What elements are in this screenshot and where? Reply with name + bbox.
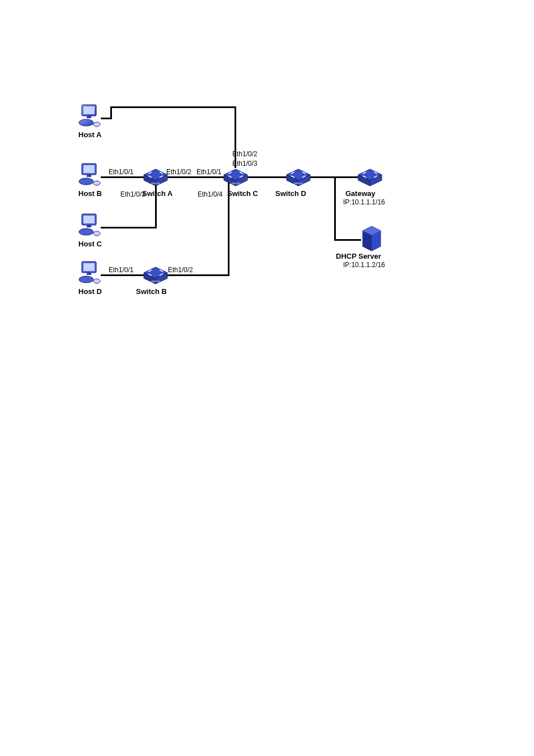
svg-point-13 xyxy=(79,228,93,235)
svg-point-9 xyxy=(93,181,100,185)
host-d-label: Host D xyxy=(78,287,102,296)
link-line xyxy=(162,176,229,178)
svg-point-14 xyxy=(93,231,100,236)
svg-rect-11 xyxy=(83,216,95,223)
port-label: Eth1/0/1 xyxy=(196,168,222,176)
host-b-label: Host B xyxy=(78,189,102,198)
gateway-icon xyxy=(357,168,383,189)
host-b-icon xyxy=(78,162,104,190)
dhcp-label: DHCP Server xyxy=(336,252,381,260)
dhcp-ip: IP:10.1.1.2/16 xyxy=(343,261,385,269)
switch-b-icon: SWITCH xyxy=(143,266,168,287)
link-line xyxy=(334,239,361,241)
port-label: Eth1/0/2 xyxy=(168,266,193,274)
switch-c-icon: SWITCH xyxy=(223,168,249,189)
port-label: Eth1/0/2 xyxy=(166,168,191,176)
switch-d-icon: SWITCH xyxy=(285,168,311,189)
switch-c-label: Switch C xyxy=(227,189,258,198)
link-line xyxy=(162,274,229,276)
link-line xyxy=(101,227,157,228)
link-line xyxy=(235,106,236,168)
svg-point-3 xyxy=(79,119,93,126)
svg-point-8 xyxy=(79,178,93,185)
svg-rect-16 xyxy=(83,263,95,271)
dhcp-server-icon xyxy=(358,224,384,254)
svg-point-18 xyxy=(79,276,93,283)
switch-a-icon: SWITCH xyxy=(143,168,168,189)
port-label: Eth1/0/3 xyxy=(232,160,257,167)
switch-b-label: Switch B xyxy=(136,287,167,296)
link-line xyxy=(101,274,148,276)
port-label: Eth1/0/2 xyxy=(232,150,257,158)
svg-rect-1 xyxy=(83,106,95,114)
svg-text:SWITCH: SWITCH xyxy=(294,182,303,185)
svg-rect-2 xyxy=(87,116,91,118)
port-label: Eth1/0/1 xyxy=(109,266,134,274)
host-d-icon xyxy=(78,260,104,288)
link-line xyxy=(101,176,148,178)
gateway-label: Gateway xyxy=(345,189,375,198)
link-line xyxy=(334,176,336,241)
svg-rect-6 xyxy=(83,165,95,173)
host-a-label: Host A xyxy=(78,130,101,139)
port-label: Eth1/0/3 xyxy=(120,190,146,198)
svg-rect-12 xyxy=(87,225,91,227)
port-label: Eth1/0/1 xyxy=(109,168,134,176)
switch-d-label: Switch D xyxy=(275,189,306,198)
svg-text:SWITCH: SWITCH xyxy=(231,182,240,185)
switch-a-label: Switch A xyxy=(142,189,172,198)
network-diagram: SWITCH SWITCH SWITCH SWITCH xyxy=(0,0,534,756)
host-c-label: Host C xyxy=(78,240,102,248)
svg-point-4 xyxy=(93,122,100,127)
host-c-icon xyxy=(78,213,104,241)
svg-rect-7 xyxy=(87,175,91,177)
svg-rect-17 xyxy=(87,273,91,275)
svg-text:SWITCH: SWITCH xyxy=(151,280,160,283)
host-a-icon xyxy=(78,104,104,132)
gateway-ip: IP:10.1.1.1/16 xyxy=(343,198,385,206)
svg-point-19 xyxy=(93,279,100,283)
link-line xyxy=(110,106,112,119)
port-label: Eth1/0/4 xyxy=(198,190,223,198)
svg-text:SWITCH: SWITCH xyxy=(151,182,160,185)
link-line xyxy=(110,106,236,108)
